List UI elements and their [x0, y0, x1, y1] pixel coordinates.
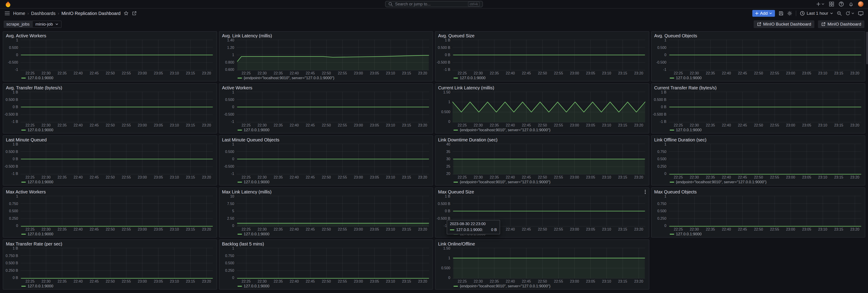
legend-series-label[interactable]: {endpoint="localhost:9010", server="127.… [244, 76, 334, 80]
add-button[interactable]: Add [752, 10, 775, 17]
x-tick-label: 23:00 [570, 124, 579, 127]
legend-series-label[interactable]: 127.0.0.1:9000 [28, 76, 53, 80]
panel-body: 10.5000-0.500-1 22:2522:3022:3522:4022:4… [219, 91, 433, 127]
panel-header[interactable]: Avg. Active Workers [3, 32, 217, 38]
panel-header[interactable]: Current Link Latency (millis) [435, 84, 649, 91]
chart-plot[interactable] [20, 144, 213, 174]
panel-header[interactable]: Max Active Workers [3, 188, 217, 195]
help-button[interactable] [839, 1, 844, 7]
time-series-chart [237, 144, 429, 174]
legend-series-label[interactable]: 127.0.0.1:9000 [28, 180, 53, 185]
chart-plot[interactable] [20, 40, 213, 70]
panel-menu-icon[interactable] [644, 189, 647, 194]
x-tick-label: 23:15 [834, 71, 843, 75]
legend-series-label[interactable]: 127.0.0.1:9000 [460, 76, 486, 80]
x-tick-label: 22:45 [306, 71, 315, 75]
user-avatar[interactable] [858, 1, 864, 7]
save-dashboard-button[interactable] [779, 11, 783, 16]
breadcrumb-separator: › [27, 11, 29, 16]
panel-header[interactable]: Avg. Link Latency (millis) [219, 32, 433, 38]
legend-series-label[interactable]: 127.0.0.1:9000 [244, 284, 270, 289]
dashboard-settings-button[interactable] [787, 11, 792, 16]
x-tick-label: 23:20 [202, 280, 211, 283]
chart-plot[interactable] [20, 196, 213, 226]
panel-header[interactable]: Max Link Latency (millis) [219, 188, 433, 195]
chart-plot[interactable] [20, 248, 213, 278]
grafana-logo[interactable] [4, 1, 11, 7]
scrollbar[interactable] [866, 32, 868, 64]
panel-header[interactable]: Link Online/Offline [435, 240, 649, 247]
legend-series-label[interactable]: {endpoint="localhost:9010", server="127.… [460, 128, 550, 132]
chart-plot[interactable] [453, 92, 645, 122]
chart-plot[interactable] [237, 92, 429, 122]
y-axis-labels: 1 B0.750 B0.500 B0.250 B0 B [4, 247, 20, 280]
dashboard-controls-row: scrape_jobs minio-job MinIO Bucket Dashb… [0, 18, 868, 30]
new-menu-button[interactable] [816, 2, 825, 6]
chart-plot[interactable] [669, 196, 862, 226]
y-tick-label: -1 [663, 68, 666, 71]
panel-header[interactable]: Last Minute Queued [3, 136, 217, 142]
panel-header[interactable]: Avg. Transfer Rate (bytes/s) [3, 84, 217, 91]
chart-plot[interactable] [669, 92, 862, 122]
legend-series-label[interactable]: 127.0.0.1:9000 [244, 128, 270, 132]
variable-value-dropdown[interactable]: minio-job [32, 21, 61, 28]
legend-series-label[interactable]: 127.0.0.1:9000 [28, 128, 53, 132]
legend-series-label[interactable]: {endpoint="localhost:9010", server="127.… [676, 180, 767, 185]
notifications-button[interactable] [848, 1, 854, 7]
link-minio-dashboard[interactable]: MinIO Dashboard [818, 20, 864, 28]
panel-header[interactable]: Last Minute Queued Objects [219, 136, 433, 142]
x-tick-label: 22:30 [474, 175, 483, 179]
panel-header[interactable]: Current Transfer Rate (bytes/s) [652, 84, 865, 91]
chart-plot[interactable] [669, 144, 862, 174]
panel-legend: 127.0.0.1:9000 [3, 75, 217, 81]
x-tick-label: 23:00 [786, 124, 795, 127]
legend-series-label[interactable]: 127.0.0.1:9000 [244, 232, 270, 236]
panel-header[interactable]: Link Downtime Duration (sec) [435, 136, 649, 142]
menu-toggle-button[interactable] [4, 11, 10, 15]
share-dashboard-button[interactable] [132, 11, 137, 16]
breadcrumb-home[interactable]: Home [13, 11, 25, 16]
chart-plot[interactable] [453, 248, 645, 278]
chart-plot[interactable] [453, 144, 645, 174]
legend-series-label[interactable]: 127.0.0.1:9000 [676, 128, 702, 132]
panel-legend: 127.0.0.1:9000 [652, 127, 865, 133]
x-tick-label: 23:05 [370, 228, 379, 231]
legend-series-label[interactable]: 127.0.0.1:9000 [244, 180, 270, 185]
chart-plot[interactable] [453, 40, 645, 70]
zoom-out-button[interactable] [837, 11, 842, 16]
hamburger-icon [4, 11, 10, 15]
panel-header[interactable]: Max Queued Size [435, 188, 649, 195]
panel-header[interactable]: Active Workers [219, 84, 433, 91]
legend-series-label[interactable]: 127.0.0.1:9000 [28, 232, 53, 236]
time-range-picker[interactable]: Last 1 hour [800, 11, 833, 16]
legend-series-label[interactable]: {endpoint="localhost:9010", server="127.… [460, 180, 550, 185]
panel-header[interactable]: Backlog (last 5 mins) [219, 240, 433, 247]
chart-plot[interactable] [237, 248, 429, 278]
chevron-down-icon [851, 12, 855, 15]
legend-series-label[interactable]: 127.0.0.1:9000 [28, 284, 53, 289]
chart-plot[interactable] [237, 144, 429, 174]
legend-series-label[interactable]: 127.0.0.1:9000 [676, 232, 702, 236]
x-tick-label: 23:05 [586, 175, 595, 179]
breadcrumb-dashboards[interactable]: Dashboards [31, 11, 56, 16]
panel-header[interactable]: Link Offline Duration (sec) [652, 136, 865, 142]
legend-series-label[interactable]: {endpoint="localhost:9010", server="127.… [460, 284, 550, 289]
panel-header[interactable]: Avg. Queued Objects [652, 32, 865, 38]
x-tick-label: 23:20 [202, 228, 211, 231]
chart-plot[interactable] [20, 92, 213, 122]
panel-header[interactable]: Avg. Queued Size [435, 32, 649, 38]
chart-plot[interactable] [237, 40, 429, 70]
x-tick-label: 22:30 [690, 71, 699, 75]
favorite-dashboard-button[interactable] [124, 11, 129, 16]
dashboard-toolbar: Home › Dashboards › MinIO Replication Da… [0, 9, 868, 18]
chart-plot[interactable] [669, 40, 862, 70]
kiosk-mode-button[interactable] [858, 11, 864, 16]
refresh-button[interactable] [845, 11, 855, 16]
chart-plot[interactable] [237, 196, 429, 226]
panel-header[interactable]: Max Transfer Rate (per sec) [3, 240, 217, 247]
panel-header[interactable]: Max Queued Objects [652, 188, 865, 195]
search-input[interactable]: Search or jump to... ctrl+k [385, 1, 483, 7]
apps-button[interactable] [829, 2, 834, 6]
link-minio-bucket-dashboard[interactable]: MinIO Bucket Dashboard [754, 20, 814, 28]
legend-series-label[interactable]: 127.0.0.1:9000 [676, 76, 702, 80]
